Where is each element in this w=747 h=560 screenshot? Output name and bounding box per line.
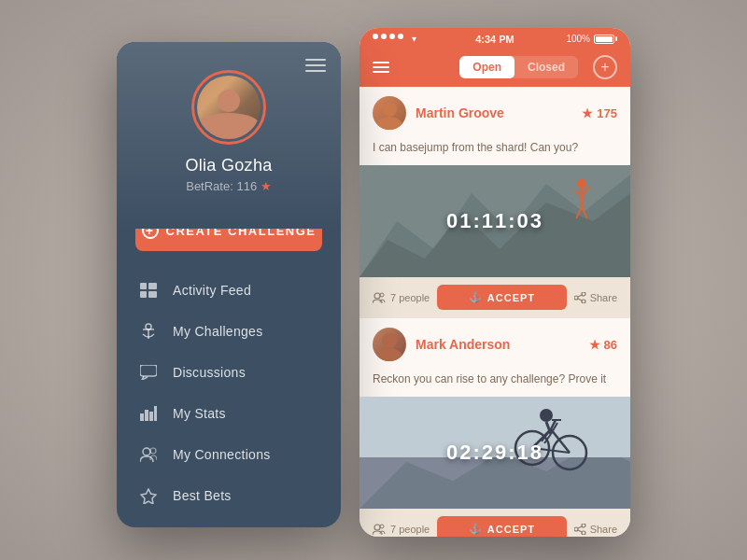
star-symbol-mark: ★ — [589, 338, 600, 352]
betrate-value: 116 — [236, 179, 257, 193]
anchor-icon-martin: ⚓ — [469, 291, 483, 303]
signal-dots: ▾ — [373, 34, 416, 44]
svg-point-55 — [574, 527, 578, 531]
people-count-mark: 7 people — [373, 524, 430, 535]
sidebar-item-discussions[interactable]: Discussions — [117, 352, 341, 393]
card-rating-martin: ★ 175 — [582, 106, 617, 120]
svg-point-52 — [380, 525, 384, 528]
svg-rect-8 — [140, 413, 144, 421]
share-button-mark[interactable]: Share — [574, 524, 617, 535]
connections-icon — [139, 445, 158, 464]
svg-point-47 — [540, 409, 553, 422]
svg-line-56 — [578, 526, 582, 528]
battery-section: 100% — [566, 34, 617, 44]
avatar-ring — [191, 70, 266, 145]
add-button[interactable]: + — [593, 55, 617, 79]
svg-point-34 — [376, 348, 402, 361]
tab-open[interactable]: Open — [459, 56, 514, 78]
star-icon — [139, 486, 158, 505]
right-phone: ▾ 4:34 PM 100% Ope — [359, 28, 630, 537]
svg-rect-11 — [154, 406, 157, 421]
activity-feed-label: Activity Feed — [173, 283, 251, 298]
svg-point-26 — [374, 293, 380, 299]
betrate-star: ★ — [261, 179, 272, 193]
main-menu: Activity Feed My Challenges — [117, 270, 341, 527]
left-phone: Olia Gozha BetRate: 116 ★ + CREATE CHALL… — [117, 42, 341, 527]
timer-mark: 02:29:18 — [446, 441, 543, 465]
star-symbol-martin: ★ — [582, 106, 593, 120]
card-header-martin: Martin Groove ★ 175 — [359, 87, 630, 139]
accept-button-martin[interactable]: ⚓ ACCEPT — [437, 285, 566, 310]
battery-fill — [596, 36, 613, 42]
cards-area: Martin Groove ★ 175 I can basejump from … — [359, 87, 630, 537]
svg-rect-7 — [140, 365, 157, 376]
card-username-martin: Martin Groove — [416, 105, 572, 120]
svg-line-57 — [578, 530, 582, 532]
tab-closed[interactable]: Closed — [514, 56, 578, 78]
status-bar: ▾ 4:34 PM 100% — [359, 28, 630, 48]
stats-icon — [139, 404, 158, 423]
svg-point-20 — [577, 179, 586, 189]
signal-dot-2 — [381, 34, 387, 39]
people-count-martin-label: 7 people — [390, 292, 430, 303]
sidebar-item-activity-feed[interactable]: Activity Feed — [117, 270, 341, 311]
card-user-info-martin: Martin Groove — [416, 105, 572, 120]
timer-martin: 01:11:03 — [446, 209, 543, 233]
username: Olia Gozha — [185, 156, 272, 175]
status-time: 4:34 PM — [475, 34, 514, 45]
anchor-icon — [139, 322, 158, 341]
battery-tip — [615, 36, 617, 41]
svg-rect-2 — [148, 283, 157, 289]
my-challenges-label: My Challenges — [173, 324, 263, 339]
sidebar-item-my-challenges[interactable]: My Challenges — [117, 311, 341, 352]
svg-point-15 — [382, 102, 397, 117]
battery-percent: 100% — [566, 34, 590, 44]
card-image-mark: 02:29:18 — [359, 397, 630, 509]
svg-point-53 — [582, 524, 585, 527]
card-description-martin: I can basejump from the shard! Can you? — [359, 139, 630, 165]
feed-icon — [139, 281, 158, 300]
people-count-martin: 7 people — [373, 292, 430, 303]
svg-point-29 — [582, 300, 585, 303]
svg-rect-9 — [145, 410, 148, 421]
card-user-info-mark: Mark Anderson — [416, 337, 580, 352]
svg-rect-0 — [140, 283, 147, 289]
betrate: BetRate: 116 ★ — [186, 179, 272, 193]
rating-value-martin: 175 — [597, 106, 617, 120]
avatar-mark — [373, 328, 406, 361]
right-toolbar: Open Closed + — [359, 48, 630, 87]
card-description-mark: Reckon you can rise to any challenge? Pr… — [359, 371, 630, 397]
svg-marker-14 — [141, 489, 156, 504]
signal-dot-1 — [373, 34, 378, 39]
card-image-martin: 01:11:03 — [359, 165, 630, 277]
toolbar-menu-button[interactable] — [373, 62, 389, 73]
my-stats-label: My Stats — [173, 406, 226, 421]
discussions-label: Discussions — [173, 365, 246, 380]
signal-dot-3 — [389, 34, 395, 39]
challenge-card-mark: Mark Anderson ★ 86 Reckon you can rise t… — [359, 318, 630, 537]
my-connections-label: My Connections — [173, 447, 271, 462]
hamburger-button[interactable] — [305, 59, 326, 72]
svg-rect-10 — [149, 412, 153, 421]
anchor-icon-mark: ⚓ — [469, 523, 483, 535]
sidebar-item-my-stats[interactable]: My Stats — [117, 393, 341, 434]
accept-button-mark[interactable]: ⚓ ACCEPT — [437, 516, 566, 537]
wifi-icon: ▾ — [412, 34, 416, 44]
share-button-martin[interactable]: Share — [574, 292, 617, 303]
signal-dot-4 — [398, 34, 403, 39]
card-username-mark: Mark Anderson — [416, 337, 580, 352]
sidebar-item-best-bets[interactable]: Best Bets — [117, 475, 341, 516]
svg-rect-3 — [148, 291, 157, 298]
tab-group: Open Closed — [459, 56, 578, 78]
svg-point-30 — [574, 296, 578, 300]
card-footer-martin: 7 people ⚓ ACCEPT S — [359, 277, 630, 317]
svg-point-33 — [382, 333, 397, 348]
svg-point-4 — [146, 324, 151, 329]
betrate-label: BetRate: — [186, 179, 233, 193]
card-header-mark: Mark Anderson ★ 86 — [359, 318, 630, 371]
card-footer-mark: 7 people ⚓ ACCEPT S — [359, 509, 630, 537]
card-rating-mark: ★ 86 — [589, 338, 617, 352]
svg-point-54 — [582, 531, 585, 535]
avatar — [197, 76, 261, 139]
sidebar-item-my-connections[interactable]: My Connections — [117, 434, 341, 475]
